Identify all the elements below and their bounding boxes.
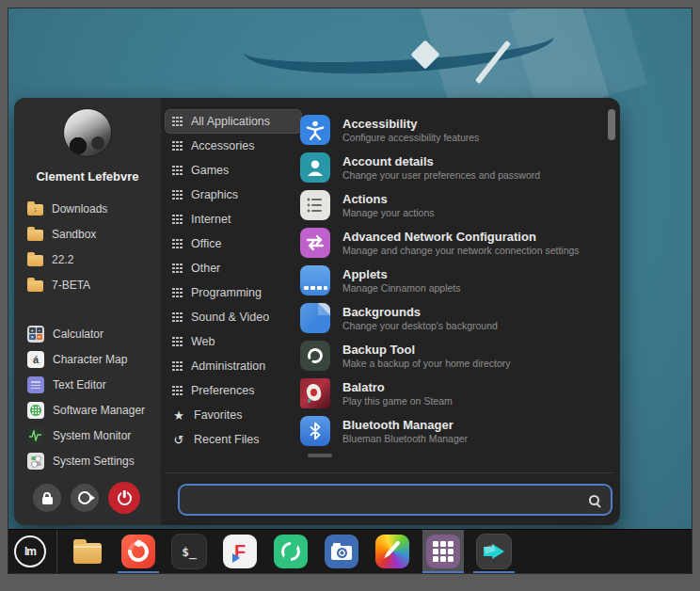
downloads-folder-icon bbox=[27, 204, 43, 216]
app-item-backup-tool[interactable]: Backup ToolMake a backup of your home di… bbox=[300, 337, 603, 375]
app-item-accessibility[interactable]: AccessibilityConfigure accessibility fea… bbox=[300, 111, 603, 149]
taskbar-item-file-manager[interactable] bbox=[67, 530, 108, 574]
app-item-advanced-network-configuration[interactable]: Advanced Network ConfigurationManage and… bbox=[300, 224, 603, 262]
star-icon: ★ bbox=[172, 409, 185, 422]
user-name: Clement Lefebvre bbox=[14, 169, 161, 184]
sidebar-item-calculator[interactable]: +−×= Calculator bbox=[27, 321, 157, 346]
sidebar-item-label: Sandbox bbox=[52, 228, 96, 241]
grid-icon bbox=[172, 386, 183, 396]
shutdown-button[interactable] bbox=[108, 482, 140, 514]
category-label: Sound & Video bbox=[191, 311, 269, 324]
taskbar-item-screenshot[interactable] bbox=[321, 530, 362, 574]
category-label: Graphics bbox=[191, 188, 238, 201]
app-item-backgrounds[interactable]: BackgroundsChange your desktop's backgro… bbox=[300, 299, 603, 337]
bluetooth-icon bbox=[300, 416, 330, 446]
category-administration[interactable]: Administration bbox=[165, 354, 302, 378]
sidebar-item-label: System Settings bbox=[53, 455, 135, 468]
category-web[interactable]: Web bbox=[165, 329, 302, 354]
category-games[interactable]: Games bbox=[165, 158, 302, 183]
running-indicator bbox=[473, 571, 515, 574]
app-item-balatro[interactable]: BalatroPlay this game on Steam bbox=[300, 375, 603, 412]
sidebar-item-label: 7-BETA bbox=[52, 279, 90, 292]
taskbar-item-sync-app[interactable] bbox=[270, 530, 311, 574]
menu-separator bbox=[165, 472, 614, 473]
desktop: Clement Lefebvre Downloads Sandbox 22.2 … bbox=[8, 8, 692, 574]
category-programming[interactable]: Programming bbox=[165, 280, 302, 305]
search-bar[interactable] bbox=[178, 484, 612, 516]
user-avatar[interactable] bbox=[63, 108, 112, 157]
app-title: Balatro bbox=[342, 380, 453, 394]
sidebar-item-downloads[interactable]: Downloads bbox=[27, 196, 157, 221]
folder-icon bbox=[27, 280, 43, 292]
session-buttons bbox=[33, 482, 140, 514]
taskbar-item-paint-app[interactable] bbox=[372, 530, 413, 574]
partially-visible-app-item bbox=[308, 454, 332, 457]
taskbar-item-app-grid[interactable] bbox=[422, 530, 464, 574]
taskbar-item-firefox[interactable] bbox=[118, 530, 159, 574]
grid-icon bbox=[172, 337, 183, 347]
category-preferences[interactable]: Preferences bbox=[165, 378, 302, 403]
sidebar-item-system-monitor[interactable]: System Monitor bbox=[27, 423, 157, 448]
category-label: Programming bbox=[191, 286, 262, 299]
folder-icon bbox=[73, 543, 102, 564]
camera-icon bbox=[325, 535, 358, 568]
actions-icon bbox=[300, 190, 330, 220]
app-title: Advanced Network Configuration bbox=[342, 230, 580, 244]
text-editor-icon bbox=[27, 376, 44, 393]
grid-icon bbox=[172, 264, 183, 274]
f-letter-app-icon: F bbox=[223, 535, 257, 568]
category-accessories[interactable]: Accessories bbox=[165, 134, 302, 158]
logout-button[interactable] bbox=[71, 484, 99, 512]
category-internet[interactable]: Internet bbox=[165, 207, 302, 232]
app-item-applets[interactable]: AppletsManage Cinnamon applets bbox=[300, 262, 603, 299]
app-title: Account details bbox=[342, 154, 540, 168]
app-subtitle: Manage Cinnamon applets bbox=[342, 282, 461, 294]
running-indicator bbox=[422, 571, 464, 574]
app-item-account-details[interactable]: Account detailsChange your user preferen… bbox=[300, 149, 603, 186]
sidebar-item-software-manager[interactable]: Software Manager bbox=[27, 397, 157, 423]
app-title: Backgrounds bbox=[342, 305, 498, 319]
app-item-actions[interactable]: ActionsManage your actions bbox=[300, 186, 603, 224]
accessibility-icon bbox=[300, 115, 330, 145]
sidebar-separator bbox=[27, 297, 157, 321]
sidebar-item-22-2[interactable]: 22.2 bbox=[27, 247, 157, 272]
taskbar-item-f-app[interactable]: F bbox=[219, 530, 261, 574]
app-subtitle: Blueman Bluetooth Manager bbox=[342, 433, 468, 444]
app-subtitle: Change your desktop's background bbox=[342, 320, 498, 331]
sidebar-item-character-map[interactable]: á Character Map bbox=[27, 346, 157, 372]
grid-icon bbox=[172, 288, 183, 298]
taskbar-item-terminal[interactable]: $_ bbox=[168, 530, 210, 574]
sidebar-item-label: System Monitor bbox=[53, 429, 131, 442]
teal-arrow-icon bbox=[476, 534, 512, 569]
app-list-scrollbar[interactable] bbox=[608, 109, 615, 140]
category-recent-files[interactable]: ↺ Recent Files bbox=[165, 427, 302, 452]
sidebar-item-sandbox[interactable]: Sandbox bbox=[27, 221, 157, 247]
category-favorites[interactable]: ★ Favorites bbox=[165, 403, 302, 427]
sidebar-item-7-beta[interactable]: 7-BETA bbox=[27, 272, 157, 297]
taskbar-item-teal-arrow-app[interactable] bbox=[473, 530, 515, 574]
lock-screen-button[interactable] bbox=[33, 484, 61, 512]
category-label: Preferences bbox=[191, 384, 254, 397]
account-details-icon bbox=[300, 152, 330, 183]
sidebar-item-label: Downloads bbox=[52, 202, 107, 216]
cinnamon-menu: Clement Lefebvre Downloads Sandbox 22.2 … bbox=[14, 98, 620, 525]
system-settings-icon bbox=[27, 453, 44, 470]
category-sound-video[interactable]: Sound & Video bbox=[165, 305, 302, 329]
category-other[interactable]: Other bbox=[165, 256, 302, 280]
app-subtitle: Change your user preferences and passwor… bbox=[342, 169, 540, 181]
sidebar-item-text-editor[interactable]: Text Editor bbox=[27, 372, 157, 397]
app-subtitle: Play this game on Steam bbox=[342, 395, 453, 407]
grid-icon bbox=[172, 239, 183, 249]
sidebar-item-system-settings[interactable]: System Settings bbox=[27, 448, 157, 473]
mint-menu-button[interactable]: lm bbox=[14, 535, 46, 567]
category-office[interactable]: Office bbox=[165, 232, 302, 256]
category-graphics[interactable]: Graphics bbox=[165, 183, 302, 207]
category-all-applications[interactable]: All Applications bbox=[165, 109, 302, 134]
power-icon bbox=[118, 491, 132, 505]
applets-icon bbox=[300, 265, 330, 296]
search-input[interactable] bbox=[191, 492, 581, 508]
app-item-bluetooth-manager[interactable]: Bluetooth ManagerBlueman Bluetooth Manag… bbox=[300, 412, 603, 450]
mint-logo-icon: lm bbox=[24, 545, 36, 558]
category-label: Recent Files bbox=[194, 433, 259, 446]
logout-icon bbox=[78, 491, 91, 504]
